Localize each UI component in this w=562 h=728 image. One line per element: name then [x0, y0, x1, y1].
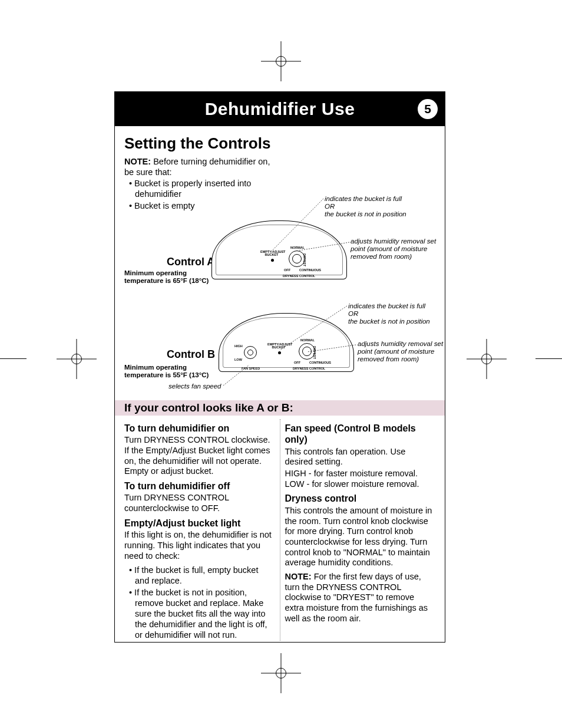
h-off: To turn dehumidifier off	[124, 480, 275, 492]
p-fan2: HIGH - for faster moisture removal.	[285, 469, 436, 479]
light-bullets: If the bucket is full, empty bucket and …	[124, 565, 275, 640]
crop-mark-bottom	[273, 665, 289, 681]
page-number: 5	[424, 102, 431, 116]
page-title: Dehumidifier Use	[205, 99, 355, 119]
svg-line-2	[280, 306, 347, 350]
h-fan: Fan speed (Control B models only)	[285, 423, 436, 446]
p-fan1: This controls fan operation. Use desired…	[285, 447, 436, 467]
h-light: Empty/Adjust bucket light	[124, 518, 275, 529]
p-off: Turn DRYNESS CONTROL counterclockwise to…	[124, 493, 275, 513]
note-label-2: NOTE:	[285, 572, 312, 581]
header-bar: Dehumidifier Use 5	[115, 92, 445, 126]
p-light: If this light is on, the dehumidifier is…	[124, 530, 275, 561]
p-dry: This controls the amount of moisture in …	[285, 506, 436, 568]
svg-line-4	[223, 365, 249, 386]
svg-line-0	[273, 199, 323, 250]
leader-lines-a	[124, 194, 437, 288]
left-column: To turn dehumidifier on Turn DRYNESS CON…	[124, 419, 275, 641]
p-on: Turn DRYNESS CONTROL clockwise. If the E…	[124, 435, 275, 477]
crop-mark-top	[273, 53, 289, 70]
two-column-body: To turn dehumidifier on Turn DRYNESS CON…	[124, 419, 435, 641]
light-bullet-2: If the bucket is not in position, remove…	[129, 587, 275, 641]
page-frame: Dehumidifier Use 5 Setting the Controls …	[114, 91, 445, 643]
p-fan3: LOW - for slower moisture removal.	[285, 479, 436, 490]
right-column: Fan speed (Control B models only) This c…	[280, 419, 436, 641]
p-note-wrap: NOTE: For the first few days of use, tur…	[285, 572, 436, 624]
section-title: Setting the Controls	[124, 134, 435, 153]
h-on: To turn dehumidifier on	[124, 423, 275, 434]
side-tick-right	[535, 358, 562, 359]
svg-line-1	[299, 242, 349, 251]
crop-mark-right	[478, 351, 495, 367]
h-dry: Dryness control	[285, 493, 436, 505]
page-number-badge: 5	[418, 99, 438, 119]
side-tick-left	[0, 358, 27, 359]
note-label: NOTE:	[124, 157, 151, 166]
diagram-area: Control A Minimum operating temperature …	[124, 212, 435, 447]
svg-line-3	[307, 345, 356, 352]
light-bullet-1: If the bucket is full, empty bucket and …	[129, 565, 275, 586]
crop-mark-left	[68, 351, 85, 367]
leader-lines-b	[124, 300, 437, 394]
note-block: NOTE: Before turning dehumidifier on, be…	[124, 156, 272, 177]
